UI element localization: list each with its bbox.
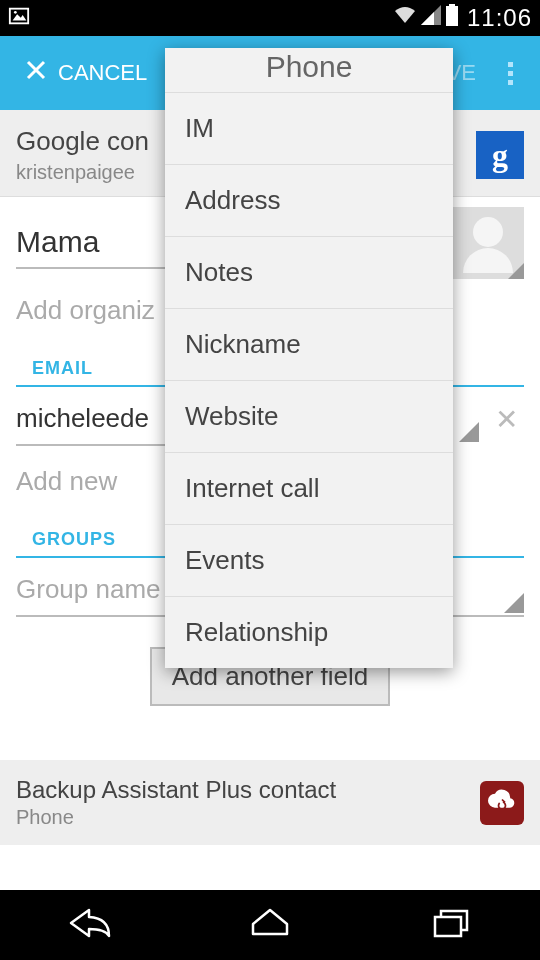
backup-subtitle: Phone (16, 806, 480, 829)
svg-rect-6 (449, 4, 455, 7)
popup-item-nickname[interactable]: Nickname (165, 309, 453, 381)
avatar-placeholder[interactable] (452, 207, 524, 279)
popup-item-notes[interactable]: Notes (165, 237, 453, 309)
back-button[interactable] (65, 904, 115, 946)
clock-text: 11:06 (467, 4, 532, 32)
picture-icon (8, 5, 30, 31)
wifi-icon (393, 5, 417, 31)
email-type-spinner[interactable] (457, 414, 479, 442)
signal-icon (421, 5, 441, 31)
cancel-label: CANCEL (58, 60, 147, 86)
google-badge-icon: g (476, 131, 524, 179)
popup-item-website[interactable]: Website (165, 381, 453, 453)
home-button[interactable] (245, 904, 295, 946)
backup-title: Backup Assistant Plus contact (16, 776, 480, 804)
popup-item-address[interactable]: Address (165, 165, 453, 237)
popup-item-internet-call[interactable]: Internet call (165, 453, 453, 525)
svg-point-2 (14, 11, 17, 14)
add-field-popup: Phone IM Address Notes Nickname Website … (165, 48, 453, 668)
svg-marker-1 (13, 14, 27, 20)
cancel-button[interactable]: CANCEL (10, 36, 161, 110)
svg-marker-4 (421, 12, 434, 25)
svg-rect-7 (435, 917, 461, 936)
popup-item-phone[interactable]: Phone (165, 48, 453, 93)
close-icon (24, 58, 48, 88)
backup-account-row: Backup Assistant Plus contact Phone (0, 760, 540, 845)
delete-email-button[interactable]: ✕ (489, 403, 524, 436)
recent-apps-button[interactable] (425, 904, 475, 946)
svg-rect-5 (446, 6, 458, 26)
popup-item-events[interactable]: Events (165, 525, 453, 597)
status-bar: 11:06 (0, 0, 540, 36)
nav-bar (0, 890, 540, 960)
overflow-menu-button[interactable] (490, 52, 530, 95)
battery-icon (445, 4, 459, 32)
popup-item-relationship[interactable]: Relationship (165, 597, 453, 668)
popup-item-im[interactable]: IM (165, 93, 453, 165)
backup-badge-icon (480, 781, 524, 825)
